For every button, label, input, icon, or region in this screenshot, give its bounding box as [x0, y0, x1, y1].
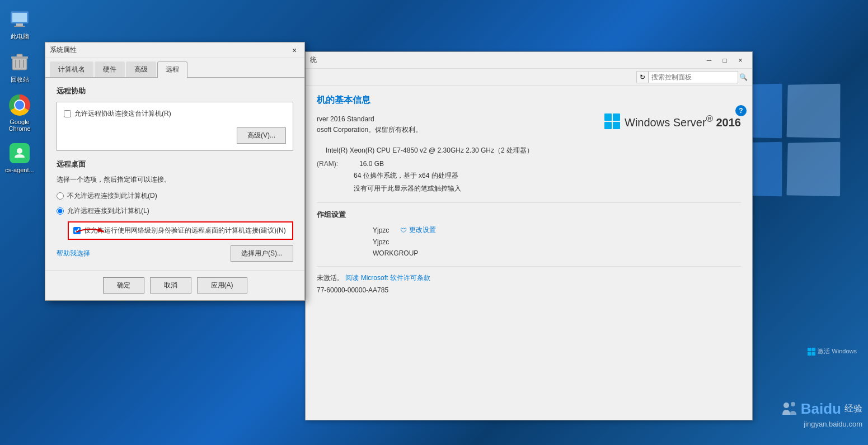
- svg-rect-1: [12, 13, 27, 22]
- dialog-tabs: 计算机名 硬件 高级 远程: [45, 58, 304, 78]
- tab-advanced[interactable]: 高级: [126, 61, 156, 77]
- desktop-icon-cs-agent[interactable]: cs-agent...: [3, 140, 36, 176]
- activate-q1: [808, 348, 811, 352]
- system-info-window-title: 统: [310, 55, 317, 65]
- activate-text: 激活 Windows: [818, 347, 857, 356]
- radio-allow-label: 允许远程连接到此计算机(L): [67, 206, 149, 216]
- license-section: 未激活。 阅读 Microsoft 软件许可条款 77-60000-00000-…: [317, 266, 741, 294]
- maximize-button[interactable]: □: [717, 54, 732, 67]
- license-link[interactable]: 阅读 Microsoft 软件许可条款: [345, 274, 430, 282]
- full-name-label: [317, 238, 362, 246]
- baidu-text: Baidu: [801, 400, 841, 418]
- nla-label: 仅允许运行使用网络级别身份验证的远程桌面的计算机连接(建议)(N): [84, 226, 286, 235]
- system-info-toolbar: ↻ 🔍: [306, 69, 752, 86]
- tab-hardware[interactable]: 硬件: [95, 61, 125, 77]
- jingyan-text: 经验: [844, 403, 862, 415]
- ram-value: 16.0 GB: [359, 160, 384, 168]
- dialog-titlebar: 系统属性 ×: [45, 42, 304, 58]
- license-row: 未激活。 阅读 Microsoft 软件许可条款: [317, 273, 741, 283]
- system-properties-dialog: 系统属性 × 计算机名 硬件 高级 远程 远程协助 允许远程协助连接这台计算机(…: [45, 42, 305, 301]
- workgroup-row: WORKGROUP: [317, 249, 741, 257]
- activate-q4: [812, 352, 816, 356]
- windows-server-logo-area: Windows Server® 2016: [604, 113, 741, 129]
- search-area: ↻ 🔍: [636, 71, 748, 83]
- remote-desktop-title: 远程桌面: [57, 159, 293, 169]
- pen-row: 没有可用于此显示器的笔或触控输入: [317, 184, 741, 193]
- workgroup-title: 作组设置: [317, 210, 741, 220]
- system-info-titlebar: 统 ─ □ ×: [306, 52, 752, 69]
- logo-q4: [613, 122, 620, 129]
- dialog-footer: 确定 取消 应用(A): [45, 270, 304, 300]
- desktop: 此电脑 回收站 Google Chrome: [0, 0, 868, 445]
- bottom-row: 帮助我选择 选择用户(S)...: [57, 245, 293, 262]
- cancel-button[interactable]: 取消: [150, 277, 191, 293]
- baidu-url: jingyan.baidu.com: [804, 420, 862, 428]
- window-controls: ─ □ ×: [702, 54, 748, 67]
- search-icon: 🔍: [739, 73, 748, 81]
- windows-logo-icon: [604, 113, 620, 129]
- search-input[interactable]: [649, 71, 738, 83]
- cs-agent-icon: [8, 142, 31, 164]
- radio-allow[interactable]: [57, 207, 64, 215]
- system-info-window: 统 ─ □ × ↻ 🔍 ? 机的基本信息: [305, 51, 753, 420]
- remote-desktop-desc: 选择一个选项，然后指定谁可以连接。: [57, 175, 293, 184]
- baidu-logo-area: Baidu 经验: [781, 400, 862, 418]
- svg-point-12: [783, 403, 789, 408]
- windows-server-text: Windows Server® 2016: [625, 113, 741, 129]
- svg-rect-6: [17, 54, 22, 57]
- change-settings-link[interactable]: 🛡 更改设置: [400, 225, 436, 235]
- help-me-choose-link[interactable]: 帮助我选择: [57, 249, 90, 258]
- tab-computer-name[interactable]: 计算机名: [50, 61, 93, 77]
- advanced-button[interactable]: 高级(V)...: [237, 127, 286, 144]
- ok-button[interactable]: 确定: [103, 277, 144, 293]
- section-title: 机的基本信息: [317, 94, 741, 106]
- product-id-row: 77-60000-00000-AA785: [317, 286, 741, 294]
- dialog-title: 系统属性: [50, 45, 77, 55]
- remote-assistance-label: 允许远程协助连接这台计算机(R): [74, 109, 171, 119]
- select-users-button[interactable]: 选择用户(S)...: [231, 245, 293, 262]
- nla-container-wrapper: 仅允许运行使用网络级别身份验证的远程桌面的计算机连接(建议)(N): [57, 221, 293, 240]
- this-pc-label: 此电脑: [11, 32, 29, 41]
- advanced-btn-row: 高级(V)...: [64, 123, 286, 144]
- svg-rect-2: [16, 23, 23, 26]
- tab-remote[interactable]: 远程: [157, 61, 187, 78]
- cpu-row: Intel(R) Xeon(R) CPU E7-4850 v2 @ 2.30GH…: [317, 146, 741, 155]
- activate-windows-icon: [808, 348, 815, 356]
- remote-assistance-checkbox[interactable]: [64, 110, 71, 117]
- radio-disallow-label: 不允许远程连接到此计算机(D): [67, 191, 157, 201]
- minimize-button[interactable]: ─: [702, 54, 716, 67]
- chrome-icon: [8, 94, 31, 116]
- desktop-icons-container: 此电脑 回收站 Google Chrome: [0, 0, 39, 445]
- workgroup-section: 作组设置 Yjpzc 🛡 更改设置 Yjpzc WORKGROUP: [317, 202, 741, 257]
- ram-label: (RAM):: [317, 160, 350, 168]
- apply-button[interactable]: 应用(A): [197, 277, 247, 293]
- remote-assistance-checkbox-row: 允许远程协助连接这台计算机(R): [64, 109, 286, 119]
- cpu-value: Intel(R) Xeon(R) CPU E7-4850 v2 @ 2.30GH…: [326, 146, 533, 155]
- workgroup-value: WORKGROUP: [373, 249, 418, 257]
- radio-disallow-row: 不允许远程连接到此计算机(D): [57, 191, 293, 201]
- recycle-bin-label: 回收站: [11, 75, 29, 84]
- refresh-button[interactable]: ↻: [636, 71, 649, 83]
- svg-rect-3: [14, 26, 25, 27]
- dialog-body: 远程协助 允许远程协助连接这台计算机(R) 高级(V)... 远程桌面 选择一个…: [45, 78, 304, 270]
- svg-point-10: [17, 148, 22, 154]
- close-button[interactable]: ×: [733, 54, 748, 67]
- computer-name-row: Yjpzc 🛡 更改设置: [317, 225, 741, 235]
- chrome-label: Google Chrome: [2, 119, 37, 132]
- ram-row: (RAM): 16.0 GB: [317, 160, 741, 168]
- change-settings-text: 更改设置: [409, 225, 436, 235]
- activate-q3: [808, 352, 811, 356]
- red-arrow-icon: [73, 224, 107, 240]
- full-name-row: Yjpzc: [317, 238, 741, 246]
- baidu-people-icons: [781, 401, 797, 418]
- recycle-bin-icon: [8, 51, 31, 73]
- activate-windows-area: 激活 Windows: [808, 347, 857, 356]
- dialog-close-button[interactable]: ×: [289, 45, 300, 56]
- desktop-icon-google-chrome[interactable]: Google Chrome: [0, 92, 39, 134]
- radio-disallow[interactable]: [57, 192, 64, 200]
- desktop-icon-this-pc[interactable]: 此电脑: [6, 6, 33, 43]
- svg-point-13: [791, 402, 795, 406]
- os-type-row: 64 位操作系统，基于 x64 的处理器: [317, 171, 741, 181]
- system-info-body: ? 机的基本信息 Windows Server® 2016 rver 2016 …: [306, 86, 752, 303]
- desktop-icon-recycle-bin[interactable]: 回收站: [6, 49, 33, 86]
